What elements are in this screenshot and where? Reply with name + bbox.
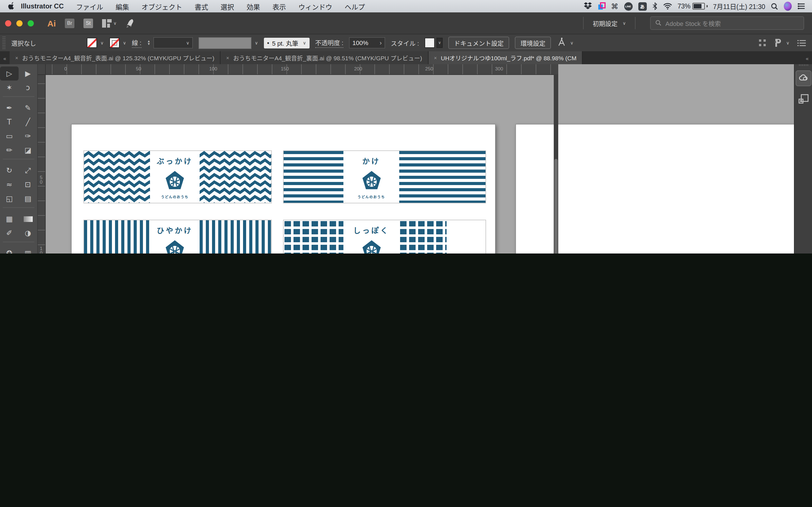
- label-design-card[interactable]: ひやかけ うどんのおうち: [84, 220, 272, 253]
- menu-item[interactable]: ウィンドウ: [298, 1, 332, 11]
- stock-button[interactable]: St: [84, 18, 93, 28]
- close-tab-icon[interactable]: ×: [226, 55, 229, 61]
- direct-selection-tool[interactable]: ▶: [18, 66, 37, 80]
- artboards-dock-icon[interactable]: [796, 92, 811, 107]
- blend-tool[interactable]: ◑: [18, 226, 37, 240]
- variable-width-profile[interactable]: ∨: [199, 37, 258, 49]
- battery-indicator[interactable]: 73%: [677, 3, 707, 10]
- dropbox-icon[interactable]: [583, 2, 592, 11]
- horizontal-ruler[interactable]: 050 100150 200250 300: [37, 64, 558, 75]
- opacity-label[interactable]: 不透明度 :: [315, 38, 343, 48]
- fill-color-picker[interactable]: ∨: [87, 38, 104, 48]
- type-tool[interactable]: T: [0, 115, 18, 129]
- command-app-icon[interactable]: ⌘: [611, 2, 618, 11]
- close-tab-icon[interactable]: ×: [434, 55, 437, 61]
- menu-item[interactable]: 書式: [195, 1, 208, 11]
- properties-toggle-icon[interactable]: ∨: [774, 38, 790, 47]
- spotlight-icon[interactable]: [771, 2, 778, 11]
- close-tab-icon[interactable]: ×: [15, 55, 18, 61]
- width-tool[interactable]: ≈: [0, 177, 18, 191]
- panel-menu-icon[interactable]: [797, 39, 806, 47]
- touch-workspace-icon[interactable]: [758, 39, 766, 47]
- close-window-button[interactable]: [5, 20, 11, 26]
- pip-app-icon[interactable]: [598, 2, 605, 11]
- minimize-window-button[interactable]: [16, 20, 22, 26]
- document-tab[interactable]: × おうちモニターA4_観音折_表面.ai @ 125.32% (CMYK/GP…: [10, 51, 220, 64]
- artboard-2[interactable]: [515, 124, 808, 253]
- collapse-right-icon[interactable]: «: [802, 56, 812, 64]
- menu-item[interactable]: ヘルプ: [345, 1, 365, 11]
- align-glyph-icon[interactable]: ∨: [557, 38, 573, 48]
- opacity-field[interactable]: 100% ›: [349, 37, 385, 48]
- line-app-icon[interactable]: LINE: [624, 2, 632, 11]
- brush-definition-dropdown[interactable]: • 5 pt. 丸筆 ∨: [264, 38, 309, 48]
- symbol-sprayer-tool[interactable]: ✪: [0, 246, 18, 253]
- cc-libraries-dock-icon[interactable]: [796, 70, 811, 86]
- document-tab-title: UHオリジナルつゆ100ml_ラフ.pdf* @ 88.98% (CM: [441, 54, 576, 62]
- apple-menu-icon[interactable]: [8, 1, 15, 11]
- vertical-ruler[interactable]: 50100 150200 250: [37, 74, 46, 253]
- eraser-tool[interactable]: ◪: [18, 143, 37, 157]
- stroke-color-picker[interactable]: ∨: [109, 38, 126, 48]
- paintbrush-tool[interactable]: ✑: [18, 129, 37, 143]
- macos-menu-bar: Illustrator CC ファイル編集オブジェクト書式選択効果表示ウィンドウ…: [0, 0, 812, 12]
- label-design-card[interactable]: しっぽく うどんのおうち: [283, 220, 486, 253]
- menu-item[interactable]: 表示: [272, 1, 286, 11]
- gpu-performance-icon[interactable]: [126, 18, 135, 28]
- brush-preview-dot: •: [267, 40, 269, 46]
- scale-tool[interactable]: ⤢: [18, 163, 37, 177]
- artboard-1[interactable]: ぶっかけ うどんのおうち: [71, 124, 496, 253]
- menu-clock[interactable]: 7月11日(土) 21:30: [713, 2, 765, 11]
- label-design-card[interactable]: ぶっかけ うどんのおうち: [84, 151, 272, 203]
- label-design-card[interactable]: かけ うどんのおうち: [283, 151, 486, 203]
- document-window: 050 100150 200250 300 50100 150200 250: [0, 64, 812, 253]
- preferences-button[interactable]: 環境設定: [515, 37, 551, 49]
- lasso-tool[interactable]: ↄ: [18, 80, 37, 95]
- free-transform-tool[interactable]: ⊡: [18, 177, 37, 191]
- menu-item[interactable]: ファイル: [76, 1, 103, 11]
- perspective-grid-tool[interactable]: ▤: [18, 191, 37, 206]
- ime-input-icon[interactable]: あ: [638, 2, 647, 11]
- gradient-tool[interactable]: [18, 212, 37, 226]
- control-bar-grip[interactable]: [2, 37, 6, 49]
- document-tab[interactable]: × UHオリジナルつゆ100ml_ラフ.pdf* @ 88.98% (CM: [428, 51, 583, 64]
- siri-icon[interactable]: [784, 2, 792, 11]
- magic-wand-tool[interactable]: ✶: [0, 80, 18, 95]
- notification-center-icon[interactable]: [797, 2, 805, 11]
- arrange-documents-button[interactable]: ∨: [102, 19, 117, 27]
- menu-item[interactable]: 効果: [246, 1, 260, 11]
- stock-search-input[interactable]: Adobe Stock を検索: [650, 16, 804, 30]
- pattern-block-left: [84, 220, 150, 253]
- collapse-left-icon[interactable]: «: [0, 56, 10, 64]
- ruler-origin-corner[interactable]: [37, 64, 46, 75]
- bridge-button[interactable]: Br: [65, 18, 74, 28]
- column-graph-tool[interactable]: ▥: [18, 246, 37, 253]
- pen-tool[interactable]: ✒: [0, 101, 18, 115]
- style-picker[interactable]: ∨: [424, 38, 443, 48]
- bluetooth-icon[interactable]: [652, 2, 657, 11]
- brand-name: うどんのおうち: [161, 194, 189, 200]
- wifi-icon[interactable]: [663, 2, 672, 11]
- document-setup-button[interactable]: ドキュメント設定: [448, 37, 509, 49]
- menu-item[interactable]: オブジェクト: [142, 1, 182, 11]
- stroke-weight-label[interactable]: 線 :: [132, 38, 141, 48]
- curvature-tool[interactable]: ✎: [18, 101, 37, 115]
- rectangle-tool[interactable]: ▭: [0, 129, 18, 143]
- search-icon: [655, 20, 662, 26]
- stroke-weight-field[interactable]: ▲▼ ∨: [147, 37, 193, 48]
- zoom-window-button[interactable]: [28, 20, 34, 26]
- menu-item[interactable]: 編集: [116, 1, 129, 11]
- menu-item[interactable]: 選択: [220, 1, 234, 11]
- document-tab[interactable]: × おうちモニターA4_観音折_裏面.ai @ 98.51% (CMYK/GPU…: [220, 51, 428, 64]
- mesh-tool[interactable]: ▦: [0, 212, 18, 226]
- workspace-switcher[interactable]: 初期設定: [593, 18, 617, 27]
- brand-name: うどんのおうち: [357, 194, 385, 200]
- selection-tool[interactable]: ▷: [0, 66, 18, 80]
- pencil-tool[interactable]: ✏: [0, 143, 18, 157]
- shape-builder-tool[interactable]: ◱: [0, 191, 18, 206]
- canvas-vertical-scrollbar[interactable]: [554, 74, 558, 253]
- active-app-name[interactable]: Illustrator CC: [21, 2, 64, 10]
- line-segment-tool[interactable]: ╱: [18, 115, 37, 129]
- rotate-tool[interactable]: ↻: [0, 163, 18, 177]
- eyedropper-tool[interactable]: ✐: [0, 226, 18, 240]
